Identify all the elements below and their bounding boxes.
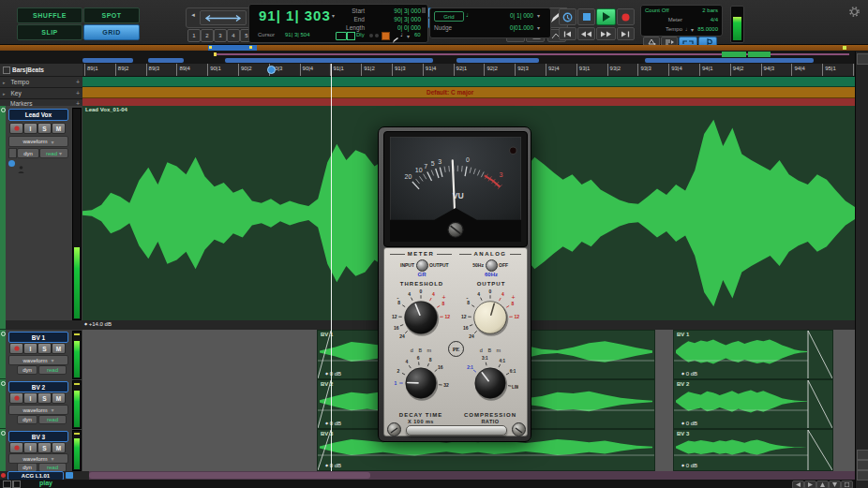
gear-icon[interactable] (849, 4, 860, 21)
compression-ratio-knob[interactable]: 2:13:14:16:1LIM (462, 355, 518, 411)
clip-name[interactable]: Lead Vox_01-04 (85, 107, 127, 112)
horizontal-scrollbar-handle[interactable] (89, 472, 370, 479)
track-name[interactable]: BV 3 (8, 431, 68, 442)
zoom-fit-button[interactable] (841, 481, 853, 488)
universe-view[interactable] (0, 51, 855, 64)
stop-button[interactable] (577, 8, 595, 25)
record-arm-icon[interactable] (1, 473, 6, 478)
voice-dot-icon[interactable] (8, 160, 15, 167)
track-name[interactable]: BV 2 (8, 381, 68, 392)
vertical-scrollbar[interactable] (855, 52, 868, 488)
nudge-caret-icon[interactable]: ▾ (537, 24, 540, 31)
tempo-value[interactable]: 85.0000 (694, 26, 718, 32)
track-name[interactable]: BV 1 (8, 332, 68, 343)
output-knob[interactable]: 2416128404812-+ (460, 288, 520, 348)
record-arm-button[interactable] (9, 392, 23, 404)
input-monitor-button[interactable]: I (23, 343, 37, 354)
tempo-expand-icon[interactable]: ▸ (3, 80, 6, 85)
horizontal-zoom-icon[interactable] (200, 10, 247, 25)
counter-expand-icon[interactable] (422, 7, 426, 13)
zoom-down-button[interactable] (829, 481, 841, 488)
decay-time-knob[interactable]: 124681632 (393, 355, 449, 411)
clip-gain-breakpoint[interactable]: ◆ 0 dB (681, 421, 697, 426)
input-monitor-button[interactable]: I (23, 392, 37, 404)
scroll-down-button[interactable] (857, 460, 868, 470)
mode-grid-button[interactable]: GRID (83, 24, 140, 40)
fast-forward-button[interactable] (596, 27, 616, 40)
solo-button[interactable]: S (37, 442, 52, 453)
clip-gain-breakpoint[interactable]: ◆ 0 dB (325, 421, 341, 426)
zoom-preset-4[interactable]: 4 (227, 29, 240, 42)
grid-value-label[interactable]: Grid (434, 11, 464, 22)
grid-caret-icon[interactable]: ▾ (537, 12, 540, 19)
counter-caret-icon[interactable]: ▾ (332, 12, 335, 19)
vertical-scrollbar-handle[interactable] (857, 53, 868, 65)
input-monitor-button[interactable]: I (23, 123, 37, 134)
rewind-button[interactable] (577, 27, 595, 40)
mode-shuffle-button[interactable]: SHUFFLE (17, 7, 82, 23)
mute-button[interactable]: M (52, 442, 66, 453)
track-view-selector[interactable]: waveform▾ (8, 355, 68, 365)
edit-window-view-icon[interactable] (3, 481, 11, 488)
zoom-out-arrow-icon[interactable]: ◂ (188, 11, 198, 22)
bars-beats-ruler-label[interactable]: Bars|Beats (12, 67, 44, 73)
audio-clip[interactable]: BV 2 ◆ 0 dB (673, 379, 833, 429)
key-ruler-lane[interactable]: Default: C major (82, 87, 855, 98)
freeze-icon[interactable] (66, 472, 73, 479)
main-counter[interactable]: 91| 1| 303 (259, 7, 331, 23)
analog-switch[interactable] (486, 259, 498, 272)
record-arm-button[interactable] (9, 442, 23, 453)
lead-gain-breakpoint[interactable]: ◆ +14.0 dB (84, 321, 112, 327)
zoom-up-button[interactable] (816, 481, 829, 488)
zoom-right-button[interactable] (804, 481, 816, 488)
elastic-audio-selector[interactable]: dyn (17, 148, 39, 158)
ruler-view-icon[interactable] (3, 67, 10, 74)
clip-gain-breakpoint[interactable]: ◆ 0 dB (325, 463, 341, 468)
play-button[interactable] (596, 8, 616, 25)
list-view-icon[interactable] (12, 481, 21, 488)
scroll-up-button[interactable] (857, 450, 868, 460)
grid-value[interactable]: 0| 1| 000 (486, 12, 533, 19)
clip-gain-breakpoint[interactable]: ◆ 0 dB (681, 371, 697, 377)
count-off-value[interactable]: 2 bars (669, 7, 718, 13)
mini-tempo-value[interactable]: 60 (414, 32, 421, 37)
clip-gain-breakpoint[interactable]: ◆ 0 dB (325, 371, 341, 377)
mute-button[interactable]: M (52, 123, 66, 134)
go-to-end-button[interactable] (617, 27, 635, 40)
tempo-ruler-label[interactable]: Tempo (11, 79, 76, 85)
elastic-audio-selector[interactable]: dyn (17, 415, 37, 424)
nudge-value[interactable]: 0|01.000 (486, 24, 533, 31)
record-button[interactable] (617, 8, 635, 25)
midi-keyboard-icon[interactable] (336, 32, 347, 40)
delay-indicator[interactable]: Dly (356, 32, 365, 37)
zoom-preset-3[interactable]: 3 (214, 29, 227, 42)
automation-mini-icon[interactable] (8, 148, 17, 158)
playhead-marker[interactable] (267, 66, 276, 74)
solo-button[interactable]: S (37, 392, 52, 404)
mode-slip-button[interactable]: SLIP (17, 24, 82, 40)
meter-switch[interactable] (416, 259, 428, 272)
tempo-ruler-lane[interactable] (82, 77, 855, 87)
elastic-audio-selector[interactable]: dyn (17, 365, 37, 375)
online-button[interactable] (559, 8, 576, 25)
record-arm-button[interactable] (9, 343, 23, 354)
key-add-icon[interactable]: + (76, 90, 80, 96)
grid-note-icon[interactable]: ♩ (466, 11, 472, 18)
mute-button[interactable]: M (52, 392, 66, 404)
automation-mode-selector[interactable]: read▾ (39, 148, 68, 158)
zoom-left-button[interactable] (792, 481, 804, 488)
end-value[interactable]: 90| 3| 000 (365, 15, 421, 23)
clip-gain-breakpoint[interactable]: ◆ 0 dB (681, 463, 697, 468)
solo-button[interactable]: S (37, 123, 52, 134)
grid-display-icon[interactable] (347, 32, 355, 40)
key-expand-icon[interactable]: ▸ (3, 91, 6, 96)
track-view-selector[interactable]: waveform▾ (8, 136, 68, 147)
input-monitor-button[interactable]: I (23, 442, 37, 453)
tempo-label[interactable]: Tempo (645, 26, 682, 32)
note-caret-icon[interactable]: ▾ (407, 33, 410, 39)
track-name[interactable]: Lead Vox (8, 109, 68, 121)
zoom-preset-2[interactable]: 2 (201, 29, 214, 42)
zoom-preset-1[interactable]: 1 (187, 29, 201, 42)
audio-clip[interactable]: BV 3 ◆ 0 dB (673, 429, 833, 471)
horizontal-scrollbar[interactable] (89, 471, 855, 480)
